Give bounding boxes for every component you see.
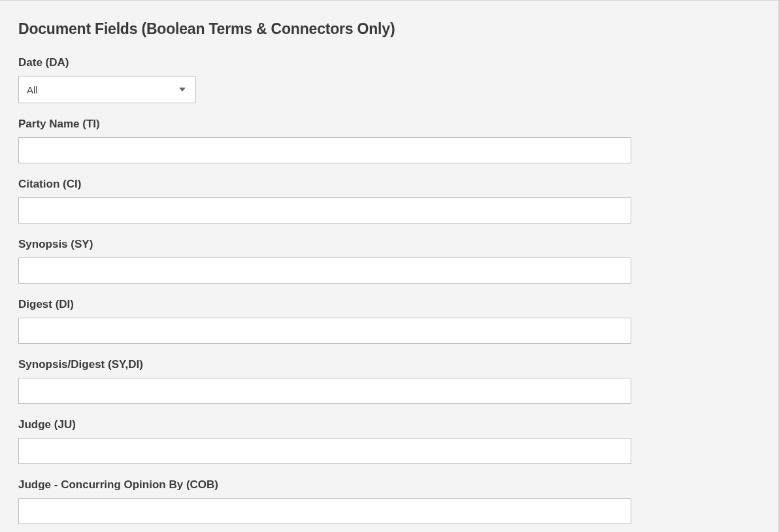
- party-name-input[interactable]: [18, 137, 631, 163]
- section-heading: Document Fields (Boolean Terms & Connect…: [18, 20, 760, 38]
- date-select-wrap: All: [18, 76, 196, 103]
- field-citation: Citation (CI): [18, 178, 760, 224]
- judge-input[interactable]: [18, 438, 631, 464]
- date-select[interactable]: All: [18, 76, 196, 103]
- synopsis-digest-label: Synopsis/Digest (SY,DI): [18, 358, 760, 371]
- field-date: Date (DA) All: [18, 56, 760, 103]
- field-judge-cob: Judge - Concurring Opinion By (COB): [18, 478, 760, 524]
- judge-cob-label: Judge - Concurring Opinion By (COB): [18, 478, 760, 491]
- field-synopsis: Synopsis (SY): [18, 238, 760, 284]
- field-digest: Digest (DI): [18, 298, 760, 344]
- party-name-label: Party Name (TI): [18, 118, 760, 131]
- digest-input[interactable]: [18, 318, 631, 344]
- judge-cob-input[interactable]: [18, 498, 631, 524]
- field-synopsis-digest: Synopsis/Digest (SY,DI): [18, 358, 760, 404]
- synopsis-digest-input[interactable]: [18, 378, 631, 404]
- date-label: Date (DA): [18, 56, 760, 69]
- field-judge: Judge (JU): [18, 418, 760, 464]
- citation-input[interactable]: [18, 197, 631, 224]
- synopsis-input[interactable]: [18, 258, 631, 284]
- document-fields-panel: Document Fields (Boolean Terms & Connect…: [0, 0, 779, 532]
- field-party-name: Party Name (TI): [18, 118, 760, 163]
- judge-label: Judge (JU): [18, 418, 760, 431]
- citation-label: Citation (CI): [18, 178, 760, 191]
- digest-label: Digest (DI): [18, 298, 760, 311]
- synopsis-label: Synopsis (SY): [18, 238, 760, 251]
